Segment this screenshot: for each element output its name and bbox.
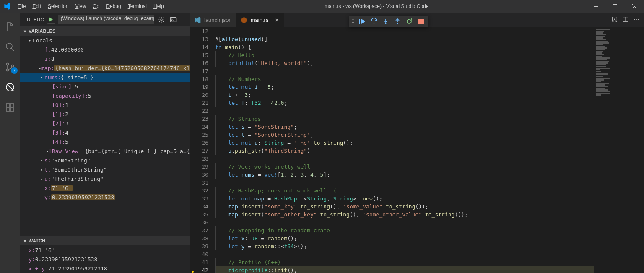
code-line[interactable]: let mut i = 5; [215, 83, 594, 91]
variable-row[interactable]: i: 8 [20, 54, 190, 63]
variable-row[interactable]: ▾nums: { size=5 } [20, 73, 190, 82]
tab-launch-json[interactable]: launch.json [190, 13, 236, 27]
code-line[interactable]: let nums = vec![1, 2, 3, 4, 5]; [215, 171, 594, 179]
gear-icon[interactable] [157, 15, 166, 24]
step-out-button[interactable] [392, 16, 402, 26]
line-number[interactable]: 20 [190, 91, 208, 99]
line-number[interactable]: 41 [190, 258, 208, 266]
line-number[interactable]: 32 [190, 187, 208, 195]
restart-button[interactable] [404, 16, 414, 26]
code-line[interactable]: // Stepping in the random crate [215, 226, 594, 234]
variable-row[interactable]: [1]: 2 [20, 109, 190, 119]
code-line[interactable]: let mut u: String = "The".to_string(); [215, 139, 594, 147]
split-editor-icon[interactable] [622, 16, 629, 24]
line-number[interactable]: 28 [190, 155, 208, 163]
variable-row[interactable]: ▸u: "TheThirdString" [20, 174, 190, 183]
code-line[interactable]: let s = "SomeString"; [215, 123, 594, 131]
extensions-icon[interactable] [0, 97, 20, 117]
line-number[interactable]: 13 [190, 35, 208, 43]
line-number[interactable]: 23 [190, 115, 208, 123]
code-line[interactable]: i += 3; [215, 91, 594, 99]
code-line[interactable]: // Strings [215, 115, 594, 123]
code-line[interactable]: // Numbers [215, 75, 594, 83]
menu-help[interactable]: Help [150, 0, 167, 13]
watch-row[interactable]: x: 71 'G' [20, 245, 190, 255]
variable-row[interactable]: [3]: 4 [20, 128, 190, 137]
variable-row[interactable]: [0]: 1 [20, 100, 190, 109]
menu-terminal[interactable]: Terminal [125, 0, 150, 13]
step-over-button[interactable] [369, 16, 379, 26]
debug-config-dropdown[interactable]: (Windows) Launch (vscode_debug_example) [58, 15, 154, 24]
code-area[interactable]: #[allow(unused)]fn main() { // Hello pri… [215, 27, 594, 273]
code-line[interactable] [215, 107, 594, 115]
code-line[interactable]: map.insert("some_key".to_string(), "some… [215, 203, 594, 211]
continue-button[interactable] [357, 16, 367, 26]
line-number[interactable]: 21 [190, 99, 208, 107]
line-number[interactable]: 30 [190, 171, 208, 179]
line-number[interactable]: 24 [190, 123, 208, 131]
line-number[interactable]: 16 [190, 59, 208, 67]
code-line[interactable] [215, 155, 594, 163]
code-line[interactable]: println!("Hello, world!"); [215, 59, 594, 67]
variable-row[interactable]: [capacity]: 5 [20, 91, 190, 100]
line-number[interactable]: 27 [190, 147, 208, 155]
line-number[interactable]: 37 [190, 226, 208, 234]
line-number[interactable]: 36 [190, 218, 208, 226]
minimize-button[interactable] [586, 0, 605, 13]
maximize-button[interactable] [605, 0, 625, 13]
code-line[interactable] [215, 250, 594, 258]
menu-view[interactable]: View [72, 0, 89, 13]
menu-edit[interactable]: Edit [29, 0, 44, 13]
step-into-button[interactable] [381, 16, 391, 26]
line-number[interactable]: 17 [190, 67, 208, 75]
start-debug-button[interactable] [47, 16, 55, 24]
stop-button[interactable] [416, 16, 426, 26]
code-line[interactable]: let mut map = HashMap::<String, String>:… [215, 195, 594, 203]
menu-file[interactable]: File [14, 0, 29, 13]
drag-grip-icon[interactable]: ⠿ [351, 19, 355, 24]
code-line[interactable]: u.push_str("ThirdString"); [215, 147, 594, 155]
variable-row[interactable]: y: 0.23390195921231538 [20, 192, 190, 202]
locals-scope[interactable]: ▾Locals [20, 36, 190, 45]
line-number[interactable]: 39 [190, 242, 208, 250]
tab-main-rs[interactable]: main.rs× [236, 13, 285, 27]
variable-row[interactable]: ▸s: "SomeString" [20, 156, 190, 165]
code-line[interactable] [215, 67, 594, 75]
line-number[interactable]: 26 [190, 139, 208, 147]
debug-console-icon[interactable] [169, 15, 178, 24]
minimap[interactable] [594, 27, 644, 273]
line-number[interactable]: 40 [190, 250, 208, 258]
compare-icon[interactable] [611, 16, 618, 24]
code-line[interactable]: // Vec; works pretty well! [215, 163, 594, 171]
code-line[interactable]: map.insert("some_other_key".to_string(),… [215, 211, 594, 218]
search-icon[interactable] [0, 37, 20, 57]
line-number[interactable]: 18 [190, 75, 208, 83]
variables-header[interactable]: ▾VARIABLES [20, 26, 190, 36]
code-line[interactable]: let f: f32 = 42.0; [215, 99, 594, 107]
line-number[interactable]: 12 [190, 27, 208, 35]
code-line[interactable]: fn main() { [215, 43, 594, 51]
code-line[interactable]: // Hello [215, 51, 594, 59]
menu-go[interactable]: Go [89, 0, 103, 13]
code-line[interactable]: let x: u8 = random(); [215, 234, 594, 242]
code-line[interactable] [215, 179, 594, 187]
variable-row[interactable]: f: 42.0000000 [20, 45, 190, 54]
line-number[interactable]: 34 [190, 203, 208, 211]
code-line[interactable]: // HashMap; does not work well :( [215, 187, 594, 195]
line-number[interactable]: ▶42 [190, 266, 208, 273]
line-number[interactable]: 38 [190, 234, 208, 242]
variable-row[interactable]: ▸t: "SomeOtherString" [20, 165, 190, 174]
more-icon[interactable] [633, 16, 640, 24]
watch-header[interactable]: ▾WATCH [20, 236, 190, 245]
menu-selection[interactable]: Selection [44, 0, 72, 13]
debug-icon[interactable] [0, 77, 20, 97]
explorer-icon[interactable] [0, 17, 20, 37]
watch-row[interactable]: x + y: 71.233901959212318 [20, 264, 190, 273]
line-number[interactable]: 31 [190, 179, 208, 187]
close-button[interactable] [625, 0, 644, 13]
code-line[interactable] [215, 218, 594, 226]
variable-row[interactable]: [2]: 3 [20, 119, 190, 128]
code-line[interactable]: microprofile::init(); [215, 266, 594, 273]
variable-row[interactable]: ▸[Raw View]: {buf={ptr={ Unique 1 } cap=… [20, 146, 190, 156]
code-line[interactable]: #[allow(unused)] [215, 35, 594, 43]
